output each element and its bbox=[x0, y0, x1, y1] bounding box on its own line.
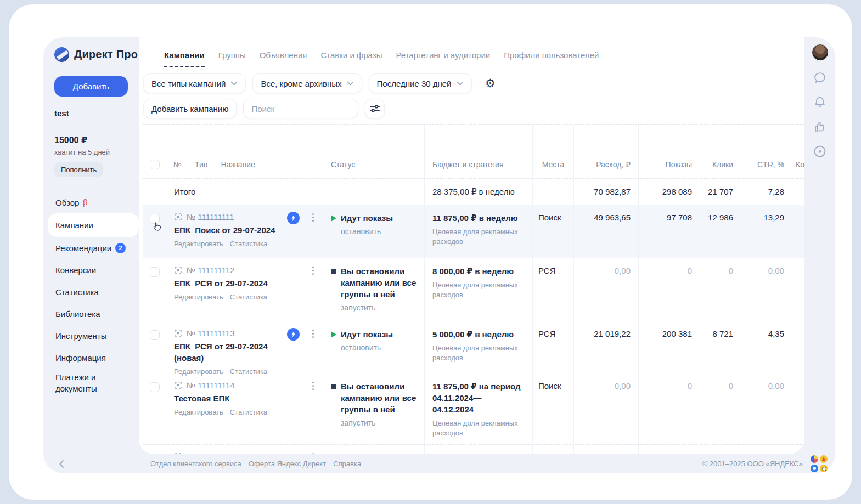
col-budget[interactable]: Бюджет и стратегия bbox=[425, 150, 533, 178]
chat-button[interactable] bbox=[812, 69, 828, 86]
chat-bubble-icon bbox=[813, 71, 826, 84]
row-checkbox[interactable] bbox=[150, 330, 160, 340]
campaign-type-filter[interactable]: Все типы кампаний bbox=[143, 73, 246, 93]
brand-logo[interactable]: Директ Про bbox=[54, 47, 139, 62]
archive-filter-value: Все, кроме архивных bbox=[261, 79, 341, 88]
col-clicks[interactable]: Клики bbox=[700, 150, 741, 178]
sidebar-item-label: Обзор bbox=[55, 198, 79, 207]
sidebar-item-information[interactable]: Информация bbox=[54, 347, 139, 369]
sidebar-nav: Обзор β Кампании Рекомендации 2 Конверси… bbox=[54, 191, 139, 397]
select-all-checkbox[interactable] bbox=[150, 160, 160, 169]
col-cost[interactable]: Расход, ₽ bbox=[574, 150, 639, 178]
col-conversions-clipped[interactable]: Ко bbox=[792, 150, 804, 178]
start-link[interactable]: запустить bbox=[341, 418, 419, 427]
boost-lightning-badge[interactable] bbox=[287, 212, 300, 224]
col-impressions[interactable]: Показы bbox=[639, 150, 700, 178]
filter-settings-button[interactable] bbox=[365, 99, 385, 118]
sidebar-item-recommendations[interactable]: Рекомендации 2 bbox=[54, 237, 139, 259]
row-checkbox[interactable] bbox=[150, 382, 160, 392]
archive-filter[interactable]: Все, кроме архивных bbox=[252, 73, 362, 93]
notifications-button[interactable] bbox=[812, 94, 828, 110]
places-value: РСЯ bbox=[533, 321, 574, 376]
row-menu-kebab[interactable] bbox=[311, 381, 315, 391]
offer-link[interactable]: Оферта Яндекс Директ bbox=[249, 460, 326, 468]
pie-widget-icon bbox=[811, 455, 818, 463]
boost-lightning-badge[interactable] bbox=[287, 328, 300, 341]
settings-gear-button[interactable]: ⚙ bbox=[481, 73, 500, 93]
tab-campaigns[interactable]: Кампании bbox=[164, 50, 205, 67]
sidebar-item-library[interactable]: Библиотека bbox=[54, 303, 139, 325]
copyright-text: © 2001–2025 ООО «ЯНДЕКС» bbox=[702, 460, 803, 468]
statistics-link[interactable]: Статистика bbox=[230, 408, 267, 416]
campaign-type-icon bbox=[174, 329, 182, 337]
edit-link[interactable]: Редактировать bbox=[174, 408, 223, 416]
col-number[interactable]: № bbox=[173, 160, 182, 169]
places-value: Поиск bbox=[533, 205, 574, 258]
totals-cost: 70 982,87 bbox=[574, 179, 639, 205]
lightning-icon bbox=[290, 331, 296, 338]
sidebar-item-payments[interactable]: Платежи и документы bbox=[54, 369, 139, 397]
row-menu-kebab[interactable] bbox=[311, 212, 315, 223]
collapse-sidebar-button[interactable] bbox=[59, 460, 70, 468]
promo-widget-icons[interactable] bbox=[811, 455, 828, 472]
col-type[interactable]: Тип bbox=[195, 160, 207, 169]
sidebar-item-statistics[interactable]: Статистика bbox=[54, 281, 139, 303]
user-avatar[interactable] bbox=[812, 44, 829, 61]
stop-link[interactable]: остановить bbox=[341, 343, 419, 352]
status-running-icon bbox=[331, 331, 336, 338]
feedback-button[interactable] bbox=[812, 118, 828, 135]
col-status[interactable]: Статус bbox=[323, 150, 425, 178]
sidebar: Директ Про Добавить test 15000 ₽ хватит … bbox=[43, 37, 139, 454]
search-input[interactable] bbox=[243, 99, 358, 118]
budget-amount: 5 000,00 ₽ в неделю bbox=[432, 329, 525, 340]
table-header-row: № Тип Название Статус Бюджет и стратегия… bbox=[143, 150, 804, 179]
tab-user-profiles[interactable]: Профили пользователей bbox=[504, 50, 599, 67]
sidebar-item-campaigns[interactable]: Кампании bbox=[48, 213, 139, 237]
status-text: Вы остановили кампанию или все группы в … bbox=[341, 265, 419, 300]
add-campaign-button[interactable]: Добавить кампанию bbox=[143, 99, 237, 118]
stop-link[interactable]: остановить bbox=[341, 227, 419, 236]
client-service-link[interactable]: Отдел клиентского сервиса bbox=[150, 460, 241, 468]
campaign-name[interactable]: ЕПК_РСЯ от 29-07-2024 bbox=[174, 278, 323, 289]
statistics-link[interactable]: Статистика bbox=[230, 293, 267, 301]
campaign-type-icon bbox=[174, 381, 182, 389]
campaign-name[interactable]: Тестовая ЕПК bbox=[174, 393, 323, 404]
sidebar-item-label: Кампании bbox=[55, 220, 93, 230]
edit-link[interactable]: Редактировать bbox=[174, 293, 223, 301]
tab-retargeting[interactable]: Ретаргетинг и аудитории bbox=[396, 50, 490, 67]
tab-bids-phrases[interactable]: Ставки и фразы bbox=[320, 50, 382, 67]
col-ctr[interactable]: CTR, % bbox=[741, 150, 792, 178]
smile-widget-icon bbox=[820, 465, 828, 472]
help-link[interactable]: Справка bbox=[333, 460, 361, 468]
gear-icon: ⚙ bbox=[485, 77, 496, 90]
account-name: test bbox=[54, 109, 139, 118]
add-button[interactable]: Добавить bbox=[54, 76, 128, 97]
direct-pro-logo-icon bbox=[54, 47, 69, 62]
col-name[interactable]: Название bbox=[221, 160, 255, 169]
video-help-button[interactable] bbox=[812, 143, 828, 160]
col-places[interactable]: Места bbox=[533, 150, 574, 178]
sliders-icon bbox=[369, 104, 380, 113]
campaign-name[interactable]: ЕПК_Поиск от 29-07-2024 bbox=[174, 224, 323, 236]
chevron-left-icon bbox=[59, 460, 64, 468]
tab-ads[interactable]: Объявления bbox=[260, 50, 307, 67]
sidebar-item-overview[interactable]: Обзор β bbox=[54, 191, 139, 213]
impressions-value: 0 bbox=[639, 373, 700, 444]
sidebar-item-tools[interactable]: Инструменты bbox=[54, 325, 139, 347]
impressions-value: 0 bbox=[639, 258, 700, 321]
thumbs-up-icon bbox=[813, 120, 826, 133]
table-row: № 111111111 ЕПК_Поиск от 29-07-2024 Реда… bbox=[143, 205, 804, 258]
status-text: Идут показы bbox=[341, 329, 393, 340]
row-menu-kebab[interactable] bbox=[311, 265, 315, 276]
row-checkbox[interactable] bbox=[150, 267, 160, 277]
places-value: Поиск bbox=[533, 445, 574, 454]
edit-link[interactable]: Редактировать bbox=[174, 240, 223, 248]
sidebar-item-conversions[interactable]: Конверсии bbox=[54, 259, 139, 281]
period-filter[interactable]: Последние 30 дней bbox=[369, 73, 472, 93]
campaign-name[interactable]: ЕПК_РСЯ от 29-07-2024 (новая) bbox=[174, 341, 323, 364]
topup-button[interactable]: Пополнить bbox=[54, 162, 103, 177]
start-link[interactable]: запустить bbox=[341, 303, 419, 312]
row-menu-kebab[interactable] bbox=[311, 329, 315, 339]
statistics-link[interactable]: Статистика bbox=[230, 240, 267, 248]
tab-groups[interactable]: Группы bbox=[218, 50, 246, 67]
